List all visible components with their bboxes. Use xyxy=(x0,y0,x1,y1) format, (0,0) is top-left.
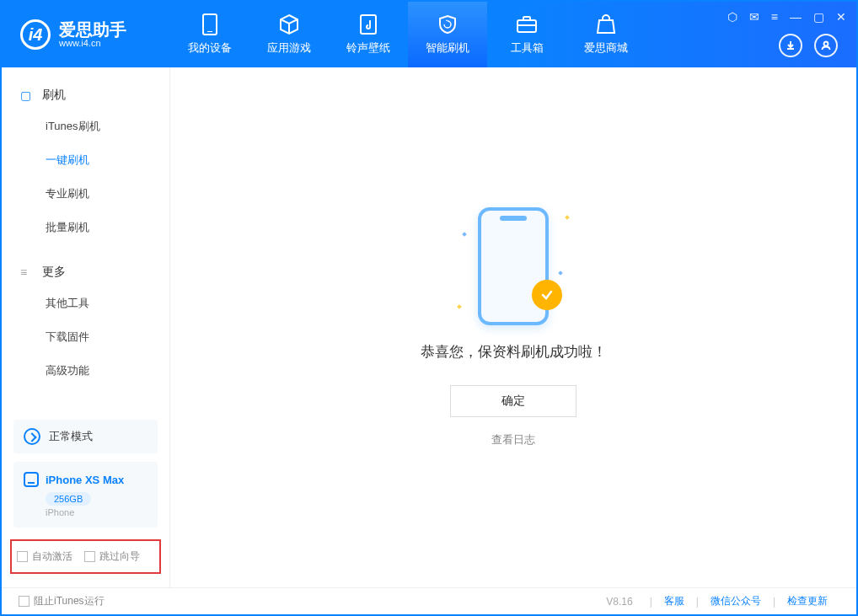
section-flash: ▢ 刷机 iTunes刷机 一键刷机 专业刷机 批量刷机 xyxy=(2,67,169,244)
tab-smart-flash[interactable]: 智能刷机 xyxy=(408,2,487,67)
version-label: V8.16 xyxy=(606,596,632,608)
tab-label: 应用游戏 xyxy=(267,40,311,56)
success-message: 恭喜您，保资料刷机成功啦！ xyxy=(421,342,607,362)
checkbox-auto-activate[interactable]: 自动激活 xyxy=(17,549,72,564)
checkbox-icon xyxy=(19,596,29,607)
sidebar-item-pro-flash[interactable]: 专业刷机 xyxy=(2,177,169,211)
toolbox-icon xyxy=(516,13,538,35)
device-name: iPhone XS Max xyxy=(46,474,124,486)
sidebar-item-download-firmware[interactable]: 下载固件 xyxy=(2,320,169,354)
app-name: 爱思助手 xyxy=(59,21,126,38)
device-card[interactable]: iPhone XS Max 256GB iPhone xyxy=(13,462,158,528)
section-flash-header[interactable]: ▢ 刷机 xyxy=(2,81,169,110)
tab-store[interactable]: 爱思商城 xyxy=(566,2,646,67)
window-controls: ⬡ ✉ ≡ — ▢ ✕ xyxy=(727,10,846,24)
app-header: i4 爱思助手 www.i4.cn 我的设备 应用游戏 铃声壁纸 智能刷机 工具… xyxy=(2,2,856,67)
status-bar: 阻止iTunes运行 V8.16 | 客服 | 微信公众号 | 检查更新 xyxy=(2,587,856,614)
ok-button[interactable]: 确定 xyxy=(450,385,576,417)
app-url: www.i4.cn xyxy=(59,38,126,48)
checkbox-label: 跳过向导 xyxy=(99,549,140,564)
checkbox-icon xyxy=(17,551,28,562)
top-tabs: 我的设备 应用游戏 铃声壁纸 智能刷机 工具箱 爱思商城 xyxy=(170,2,646,67)
tab-my-device[interactable]: 我的设备 xyxy=(170,2,249,67)
close-button[interactable]: ✕ xyxy=(836,10,846,24)
mode-label: 正常模式 xyxy=(49,429,93,444)
music-file-icon xyxy=(357,13,379,35)
checkbox-label: 阻止iTunes运行 xyxy=(34,594,105,608)
tshirt-icon[interactable]: ⬡ xyxy=(727,10,737,24)
tab-label: 智能刷机 xyxy=(426,40,469,56)
phone-icon xyxy=(199,13,221,35)
header-actions xyxy=(779,34,838,57)
sidebar-item-other-tools[interactable]: 其他工具 xyxy=(2,287,169,320)
main-content: 恭喜您，保资料刷机成功啦！ 确定 查看日志 xyxy=(170,67,856,587)
success-illustration xyxy=(463,207,564,325)
checkbox-block-itunes[interactable]: 阻止iTunes运行 xyxy=(19,594,105,608)
sidebar-item-itunes-flash[interactable]: iTunes刷机 xyxy=(2,110,169,143)
svg-point-6 xyxy=(824,42,829,46)
logo-icon: i4 xyxy=(20,19,51,50)
tab-label: 爱思商城 xyxy=(584,40,628,56)
app-logo: i4 爱思助手 www.i4.cn xyxy=(2,19,170,50)
section-more: ≡ 更多 其他工具 下载固件 高级功能 xyxy=(2,244,169,388)
view-log-link[interactable]: 查看日志 xyxy=(491,432,535,447)
device-storage: 256GB xyxy=(46,492,91,506)
sidebar: ▢ 刷机 iTunes刷机 一键刷机 专业刷机 批量刷机 ≡ 更多 其他工具 下… xyxy=(2,67,170,587)
device-phone-icon xyxy=(24,472,39,487)
tab-apps-games[interactable]: 应用游戏 xyxy=(249,2,329,67)
section-title: 刷机 xyxy=(42,88,66,103)
section-title: 更多 xyxy=(42,265,66,280)
link-wechat[interactable]: 微信公众号 xyxy=(699,594,773,608)
download-button[interactable] xyxy=(779,34,802,57)
list-icon: ≡ xyxy=(20,265,34,279)
device-type: iPhone xyxy=(46,507,147,517)
shield-refresh-icon xyxy=(437,13,458,35)
svg-rect-4 xyxy=(523,17,530,20)
checkbox-icon xyxy=(84,551,95,562)
minimize-button[interactable]: — xyxy=(790,10,802,24)
tab-toolbox[interactable]: 工具箱 xyxy=(487,2,566,67)
sidebar-item-advanced[interactable]: 高级功能 xyxy=(2,354,169,388)
tab-ringtone-wallpaper[interactable]: 铃声壁纸 xyxy=(329,2,408,67)
user-button[interactable] xyxy=(814,34,838,57)
feedback-icon[interactable]: ✉ xyxy=(749,10,759,24)
tab-label: 铃声壁纸 xyxy=(346,40,390,56)
highlighted-options: 自动激活 跳过向导 xyxy=(10,539,161,574)
tab-label: 工具箱 xyxy=(511,40,544,56)
checkbox-label: 自动激活 xyxy=(32,549,72,564)
phone-outline-icon: ▢ xyxy=(20,88,34,102)
link-check-update[interactable]: 检查更新 xyxy=(775,594,839,608)
refresh-icon xyxy=(24,428,40,445)
link-support[interactable]: 客服 xyxy=(652,594,696,608)
mode-card[interactable]: 正常模式 xyxy=(13,420,158,453)
check-badge-icon xyxy=(532,280,562,310)
bag-icon xyxy=(595,13,617,35)
section-more-header[interactable]: ≡ 更多 xyxy=(2,258,169,287)
cube-icon xyxy=(278,13,300,35)
maximize-button[interactable]: ▢ xyxy=(813,10,824,24)
checkbox-skip-guide[interactable]: 跳过向导 xyxy=(84,549,140,564)
tab-label: 我的设备 xyxy=(188,40,232,56)
sidebar-item-oneclick-flash[interactable]: 一键刷机 xyxy=(2,143,169,177)
menu-icon[interactable]: ≡ xyxy=(771,10,778,24)
svg-rect-1 xyxy=(207,31,212,32)
sidebar-item-batch-flash[interactable]: 批量刷机 xyxy=(2,211,169,244)
